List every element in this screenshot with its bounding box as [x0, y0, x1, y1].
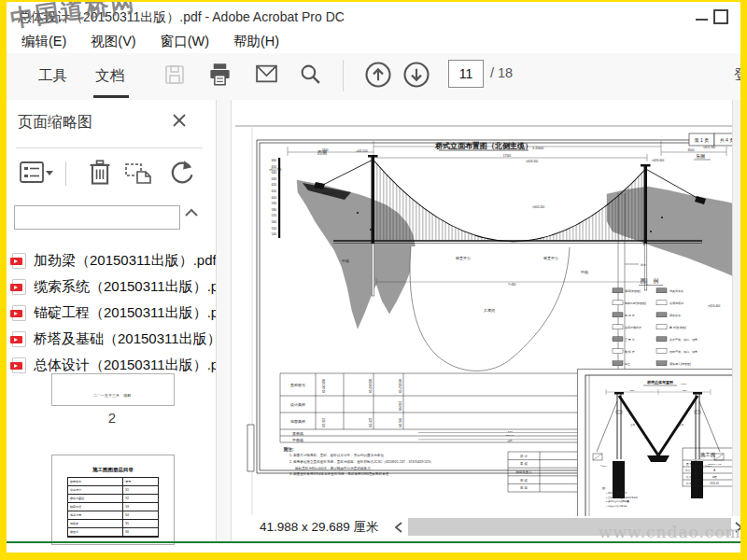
- svg-text:590: 590: [272, 202, 277, 205]
- page-3-thumbnail[interactable]: 施工图图册总目录 图册名称册号总体设计S1桥塔及基础S2锚碇工程S3缆索系统S4…: [51, 455, 175, 545]
- svg-text:地表孔隙(平面图): 地表孔隙(平面图): [624, 301, 646, 305]
- svg-text:550: 550: [272, 227, 277, 231]
- svg-text:第 1 页: 第 1 页: [695, 137, 710, 143]
- svg-text:630: 630: [272, 177, 277, 181]
- svg-text:日 期: 日 期: [686, 482, 692, 485]
- svg-text:设 计: 设 计: [520, 454, 528, 458]
- svg-text:1. 本图尺寸除高程、里程、坐标以米计外，其余均以厘米为单位: 1. 本图尺寸除高程、里程、坐标以米计外，其余均以厘米为单位。: [289, 453, 388, 457]
- search-icon[interactable]: [299, 63, 322, 86]
- platform-right-label: 观景平台: [543, 256, 558, 260]
- menu-window[interactable]: 窗口(W): [161, 33, 209, 50]
- sign-in-button[interactable]: 登录: [734, 66, 740, 84]
- svg-text:▽616.400: ▽616.400: [708, 304, 720, 308]
- page-number-input[interactable]: 11: [448, 60, 484, 88]
- page2-block-rows: 图 号13215-04-A02 版次号A 比 例见图 日 期2015.03: [685, 463, 722, 485]
- thumbnail-caption: 二〇一五年三月 成都: [52, 393, 172, 398]
- page2-title: 桥塔总体布置图: [646, 380, 673, 385]
- svg-text:K0+218.500: K0+218.500: [399, 378, 402, 393]
- toc-title: 施工图图册总目录: [52, 467, 174, 473]
- svg-text:断 层(柱状图): 断 层(柱状图): [669, 326, 686, 329]
- svg-text:设计高程: 设计高程: [290, 402, 305, 407]
- svg-text:661.422: 661.422: [369, 417, 373, 427]
- tab-document[interactable]: 文档: [95, 66, 124, 86]
- svg-text:560: 560: [272, 220, 277, 224]
- svg-text:4.塔柱分节段对称浇筑。: 4.塔柱分节段对称浇筑。: [606, 505, 629, 508]
- page2-towers: [617, 394, 699, 459]
- svg-text:600: 600: [272, 196, 277, 200]
- maximize-icon[interactable]: [713, 9, 728, 24]
- site-watermark-bottom: www.cndao.com: [599, 523, 740, 541]
- east-label: 东侧: [696, 153, 705, 160]
- tower-drawing-page[interactable]: 桥塔总体布置图 1:500 1250 1250 主缆 主缆: [577, 369, 740, 531]
- svg-text:碎裂岩体: 碎裂岩体: [669, 314, 681, 317]
- svg-text:注:: 注:: [601, 486, 606, 490]
- page2-scale: 1:500: [681, 383, 687, 385]
- svg-text:溶洞(平面图): 溶洞(平面图): [625, 289, 641, 293]
- page-2-thumbnail[interactable]: 二〇一五年三月 成都: [51, 373, 175, 406]
- pdf-file-icon: [12, 357, 26, 373]
- svg-text:K0+041.800: K0+041.800: [322, 378, 326, 393]
- svg-text:580: 580: [272, 208, 277, 212]
- file-item[interactable]: 桥塔及基础（20150311出版）.pdf: [12, 326, 213, 352]
- scroll-left-icon[interactable]: [393, 521, 404, 534]
- svg-text:-2.5%: -2.5%: [507, 430, 514, 433]
- svg-text:溶蚀漏斗(平面图): 溶蚀漏斗(平面图): [669, 362, 691, 366]
- print-icon[interactable]: [207, 62, 233, 87]
- menu-edit[interactable]: 编辑(E): [21, 33, 66, 50]
- menu-view[interactable]: 视图(V): [91, 33, 135, 50]
- menu-bar: 编辑(E) 视图(V) 窗口(W) 帮助(H): [7, 30, 740, 53]
- pdf-file-icon: [12, 305, 26, 321]
- delete-pages-icon[interactable]: [87, 159, 113, 187]
- svg-text:1250: 1250: [630, 389, 636, 391]
- file-item[interactable]: 加劲梁（20150311出版）.pdf: [12, 247, 213, 273]
- svg-text:竖曲线: 竖曲线: [292, 431, 303, 436]
- svg-text:3. 本图坐标采用1954年北京坐标系统，高程采用1985国: 3. 本图坐标采用1954年北京坐标系统，高程采用1985国家高程基准。: [289, 471, 392, 476]
- svg-text:13215-04-A02: 13215-04-A02: [708, 463, 722, 465]
- toc-row: 图册名称册号: [68, 478, 158, 486]
- next-page-icon[interactable]: [402, 61, 430, 89]
- vertical-scrollbar[interactable]: [732, 100, 740, 516]
- file-item[interactable]: 锚碇工程（20150311出版）.pdf: [12, 300, 213, 326]
- file-item[interactable]: 缆索系统（20150311出版）.pdf: [12, 273, 213, 300]
- previous-page-icon[interactable]: [364, 61, 392, 89]
- svg-text:版次号: 版次号: [685, 469, 693, 472]
- svg-text:+641.500: +641.500: [356, 149, 368, 153]
- svg-text:▽606.500: ▽606.500: [322, 191, 334, 195]
- svg-text:堆 积 层: 堆 积 层: [624, 350, 635, 354]
- svg-text:比 例: 比 例: [686, 475, 692, 479]
- svg-text:岩溶充填物: 岩溶充填物: [669, 301, 684, 305]
- svg-text:1250: 1250: [683, 389, 688, 391]
- svg-text:2015.03: 2015.03: [710, 482, 719, 485]
- svg-text:直线: 直线: [507, 439, 513, 442]
- tab-tools[interactable]: 工具: [38, 66, 67, 86]
- svg-text:8500: 8500: [688, 148, 695, 152]
- minimize-icon[interactable]: [696, 19, 708, 21]
- svg-text:660: 660: [272, 159, 277, 162]
- toolbar-separator: [343, 60, 344, 91]
- pdf-file-icon: [12, 331, 26, 347]
- scroll-up-icon[interactable]: [184, 207, 199, 218]
- file-list: 加劲梁（20150311出版）.pdf 缆索系统（20150311出版）.pdf…: [12, 247, 213, 378]
- drawing-scale: 1:2000: [532, 146, 544, 150]
- svg-text:岩层产状、倾向、倾角: 岩层产状、倾向、倾角: [669, 338, 698, 342]
- screenshot-frame: 总体设计（20150311出版）.pdf - Adobe Acrobat Pro…: [0, 0, 747, 560]
- close-panel-icon[interactable]: [171, 112, 188, 129]
- extract-pages-icon[interactable]: [124, 160, 152, 186]
- svg-text:粘土: 粘土: [625, 362, 630, 366]
- rotate-pages-icon[interactable]: [168, 159, 196, 187]
- toolbar: 工具 文档 11 / 18 登录: [7, 53, 740, 101]
- panel-gutter: [216, 100, 232, 541]
- toc-row: 桥塔及基础S2: [68, 495, 158, 503]
- svg-text:▽565.0: ▽565.0: [705, 465, 712, 468]
- centerline-right-label: 中线: [581, 270, 588, 274]
- menu-help[interactable]: 帮助(H): [233, 33, 279, 50]
- svg-text:裂隙产状、倾向、倾角: 裂隙产状、倾向、倾角: [669, 350, 698, 354]
- legend: 图 例 溶洞(平面图)地表孔隙(平面图)植 物 层第四系堆积层三 叠 系堆 积 …: [613, 278, 698, 366]
- svg-text:46040: 46040: [508, 143, 516, 147]
- toc-row: 缆索系统S4: [68, 511, 158, 520]
- page-total-label: / 18: [490, 65, 513, 80]
- centerline-left-label: 中线: [342, 259, 349, 263]
- email-icon[interactable]: [255, 63, 278, 84]
- toc-row: 加劲梁S5: [68, 520, 158, 528]
- thumbnail-options-icon[interactable]: [19, 160, 54, 186]
